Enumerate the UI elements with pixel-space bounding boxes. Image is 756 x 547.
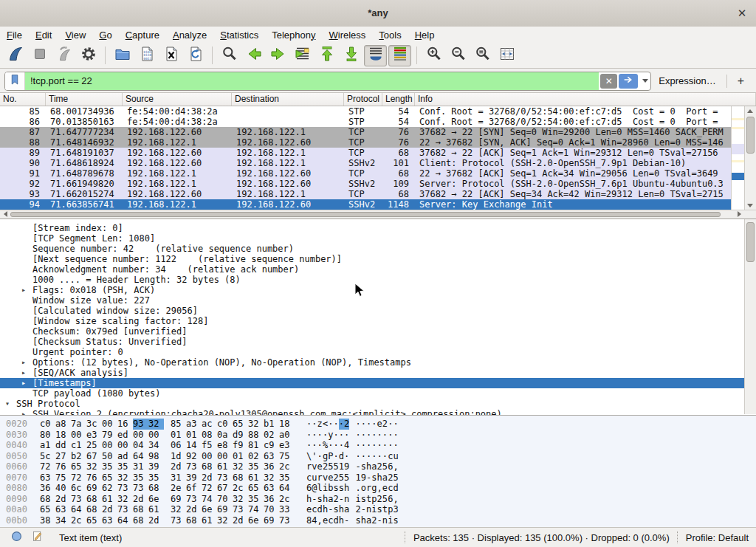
hex-row-00a0[interactable]: 00a0656364682d736861322d6e6973747033ecdh… <box>0 504 756 515</box>
packet-list-horizontal-scrollbar[interactable] <box>0 210 756 219</box>
packet-row-85[interactable]: 8568.001734936fe:54:00:d4:38:2aSTP54Conf… <box>0 106 731 117</box>
go-to-bottom-button[interactable] <box>340 45 362 66</box>
detail-line[interactable]: ▸Options: (12 bytes), No-Operation (NOP)… <box>0 357 756 368</box>
scroll-up-icon[interactable] <box>745 107 755 114</box>
menu-statistics[interactable]: Statistics <box>213 28 265 42</box>
menu-file[interactable]: File <box>0 28 29 42</box>
go-forward-button[interactable] <box>267 45 289 66</box>
detail-line[interactable]: [Calculated window size: 29056] <box>0 306 756 316</box>
detail-line[interactable]: ▸SSH Version 2 (encryption:chacha20-poly… <box>0 409 756 415</box>
packet-list-vertical-scrollbar[interactable] <box>744 106 756 210</box>
scrollbar-thumb[interactable] <box>10 212 721 217</box>
start-capture-button[interactable] <box>4 45 27 66</box>
zoom-in-button[interactable] <box>422 45 445 66</box>
filter-clear-button[interactable]: ✕ <box>600 74 617 89</box>
menu-analyze[interactable]: Analyze <box>166 28 213 42</box>
column-header-protocol[interactable]: Protocol <box>344 93 382 106</box>
save-file-button[interactable]: 010101100011 <box>135 45 158 66</box>
add-filter-button[interactable]: + <box>730 75 752 88</box>
menu-tools[interactable]: Tools <box>372 28 408 42</box>
detail-line[interactable]: [Checksum Status: Unverified] <box>0 337 756 347</box>
detail-line[interactable]: [TCP Segment Len: 1080] <box>0 233 756 244</box>
hex-row-0070[interactable]: 0070637572766532353531392d7368613235curv… <box>0 472 756 484</box>
column-header-time[interactable]: Time <box>46 93 123 106</box>
display-filter-input[interactable] <box>25 72 599 90</box>
detail-line[interactable]: Checksum: 0x79ed [unverified] <box>0 326 756 337</box>
auto-scroll-button[interactable] <box>364 45 387 66</box>
detail-line[interactable]: TCP payload (1080 bytes) <box>0 388 756 399</box>
detail-line[interactable]: ▸[Timestamps] <box>0 378 756 388</box>
expander-closed-icon[interactable]: ▸ <box>21 409 26 415</box>
expander-closed-icon[interactable]: ▸ <box>21 378 26 388</box>
restart-capture-button[interactable] <box>52 45 75 66</box>
close-icon[interactable]: ✕ <box>735 6 749 21</box>
menu-go[interactable]: Go <box>92 28 118 42</box>
detail-line[interactable]: Urgent pointer: 0 <box>0 347 756 357</box>
scroll-down-icon[interactable] <box>745 202 755 209</box>
go-back-button[interactable] <box>242 45 265 66</box>
expander-closed-icon[interactable]: ▸ <box>21 357 26 368</box>
column-header-destination[interactable]: Destination <box>232 93 344 106</box>
filter-history-dropdown[interactable] <box>639 79 650 83</box>
column-header-source[interactable]: Source <box>123 93 232 106</box>
hex-row-0020[interactable]: 0020c0a87a3c0016933285a3acc06532b118··z<… <box>0 419 756 430</box>
packet-row-93[interactable]: 9371.662015274192.168.122.60192.168.122.… <box>0 189 731 199</box>
detail-line[interactable]: Sequence number: 42 (relative sequence n… <box>0 244 756 254</box>
detail-line[interactable]: ▸[SEQ/ACK analysis] <box>0 368 756 378</box>
details-vertical-scrollbar[interactable] <box>744 219 756 414</box>
menu-help[interactable]: Help <box>408 28 441 42</box>
menu-view[interactable]: View <box>58 28 92 42</box>
hex-row-00b0[interactable]: 00b038342c656364682d736861322d6e697384,e… <box>0 515 756 526</box>
colorize-button[interactable] <box>388 45 411 66</box>
scrollbar-thumb[interactable] <box>746 117 755 154</box>
expression-button[interactable]: Expression… <box>651 75 723 86</box>
detail-line[interactable]: [Stream index: 0] <box>0 223 756 233</box>
packet-row-91[interactable]: 9171.648789678192.168.122.1192.168.122.6… <box>0 168 731 179</box>
profile-label[interactable]: Profile: Default <box>686 532 749 543</box>
scroll-left-icon[interactable] <box>0 210 10 218</box>
title-bar[interactable]: *any ✕ <box>0 0 756 27</box>
menu-edit[interactable]: Edit <box>29 28 58 42</box>
zoom-out-button[interactable] <box>447 45 470 66</box>
scrollbar-thumb[interactable] <box>746 222 755 262</box>
packet-list-minimap[interactable] <box>731 106 744 210</box>
reload-file-button[interactable] <box>184 45 207 66</box>
packet-row-89[interactable]: 8971.648191037192.168.122.60192.168.122.… <box>0 148 731 158</box>
packet-row-86[interactable]: 8670.013850163fe:54:00:d4:38:2aSTP54Conf… <box>0 117 731 127</box>
hex-row-0060[interactable]: 006072766532353531392d7368613235362crve2… <box>0 461 756 472</box>
expander-open-icon[interactable]: ▾ <box>5 399 10 409</box>
detail-line[interactable]: [Next sequence number: 1122 (relative se… <box>0 254 756 264</box>
hex-row-0050[interactable]: 00505c27b26750ad64981d92000001026375\'·g… <box>0 451 756 462</box>
column-header-no[interactable]: No. <box>0 93 46 106</box>
detail-line[interactable]: Window size value: 227 <box>0 295 756 306</box>
packet-row-90[interactable]: 9071.648618924192.168.122.60192.168.122.… <box>0 158 731 168</box>
column-header-info[interactable]: Info <box>415 93 756 106</box>
packet-row-92[interactable]: 9271.661949820192.168.122.1192.168.122.6… <box>0 179 731 189</box>
capture-options-button[interactable] <box>77 45 100 66</box>
detail-line[interactable]: [Window size scaling factor: 128] <box>0 316 756 326</box>
expert-info-button[interactable] <box>7 529 25 546</box>
open-file-button[interactable] <box>111 45 134 66</box>
detail-line[interactable]: ▸Flags: 0x018 (PSH, ACK) <box>0 285 756 295</box>
detail-line[interactable]: Acknowledgment number: 34 (relative ack … <box>0 264 756 275</box>
filter-bookmark-button[interactable] <box>5 72 25 90</box>
close-file-button[interactable] <box>159 45 182 66</box>
zoom-100-button[interactable] <box>471 45 494 66</box>
hex-row-0080[interactable]: 008036406c69627373682e6f72672c6563646@li… <box>0 483 756 494</box>
expander-closed-icon[interactable]: ▸ <box>21 285 26 295</box>
menu-wireless[interactable]: Wireless <box>323 28 373 42</box>
filter-apply-button[interactable] <box>619 74 638 89</box>
go-to-packet-button[interactable] <box>291 45 314 66</box>
packet-row-94[interactable]: 9471.663856741192.168.122.1192.168.122.6… <box>0 199 731 210</box>
scroll-right-icon[interactable] <box>734 210 744 218</box>
stop-capture-button[interactable] <box>28 45 51 66</box>
find-packet-button[interactable] <box>218 45 241 66</box>
capture-comment-button[interactable] <box>28 529 46 546</box>
packet-row-87[interactable]: 8771.647777234192.168.122.60192.168.122.… <box>0 127 731 137</box>
hex-row-0090[interactable]: 0090682d736861322d6e697374703235362ch-sh… <box>0 494 756 505</box>
menu-telephony[interactable]: Telephony <box>265 28 322 42</box>
resize-columns-button[interactable] <box>495 45 518 66</box>
go-to-top-button[interactable] <box>315 45 338 66</box>
menu-capture[interactable]: Capture <box>119 28 166 42</box>
column-header-length[interactable]: Length <box>382 93 415 106</box>
